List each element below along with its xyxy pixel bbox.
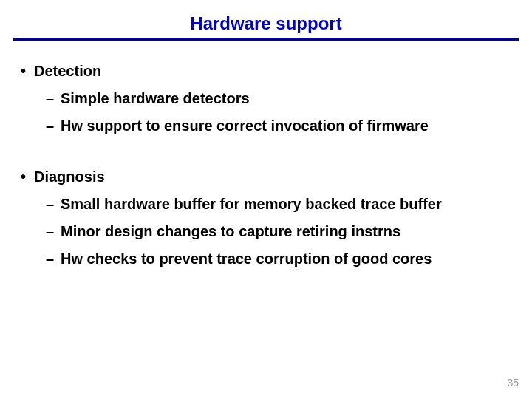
dash-icon: – <box>46 223 61 240</box>
subbullet: –Minor design changes to capture retirin… <box>46 223 517 240</box>
slide: Hardware support •Detection –Simple hard… <box>0 0 532 399</box>
dash-icon: – <box>46 90 61 107</box>
dash-icon: – <box>46 250 61 267</box>
subbullet: –Small hardware buffer for memory backed… <box>46 196 517 213</box>
slide-title: Hardware support <box>0 0 532 38</box>
section-gap <box>15 134 517 158</box>
subbullet: –Hw checks to prevent trace corruption o… <box>46 250 517 267</box>
section-heading: Diagnosis <box>34 168 105 185</box>
subbullet: –Simple hardware detectors <box>46 90 517 107</box>
slide-body: •Detection –Simple hardware detectors –H… <box>0 41 532 267</box>
subbullet: –Hw support to ensure correct invocation… <box>46 117 517 134</box>
subbullet-text: Hw support to ensure correct invocation … <box>61 117 429 134</box>
bullet-detection: •Detection <box>21 63 517 80</box>
dash-icon: – <box>46 117 61 134</box>
subbullet-text: Hw checks to prevent trace corruption of… <box>61 250 432 267</box>
bullet-dot-icon: • <box>21 63 34 80</box>
bullet-dot-icon: • <box>21 168 34 185</box>
bullet-diagnosis: •Diagnosis <box>21 168 517 185</box>
section-heading: Detection <box>34 63 101 79</box>
page-number: 35 <box>507 377 519 389</box>
subbullet-text: Simple hardware detectors <box>61 90 250 106</box>
dash-icon: – <box>46 196 61 213</box>
subbullet-text: Minor design changes to capture retiring… <box>61 223 400 239</box>
subbullet-text: Small hardware buffer for memory backed … <box>61 196 442 212</box>
